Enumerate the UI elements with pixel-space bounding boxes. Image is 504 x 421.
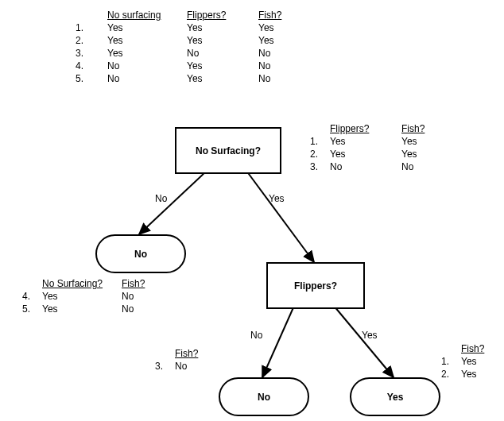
subset-flippers-yes: Fish? 1. Yes 2. Yes [441,343,501,380]
svg-line-1 [139,171,207,234]
col-no-surfacing: No surfacing [107,10,187,21]
row-idx: 5. [76,73,107,84]
training-table: No surfacing Flippers? Fish? 1. Yes Yes … [76,10,314,84]
row-val: Yes [187,60,258,71]
leaf-label: Yes [387,392,404,403]
leaf-label: No [134,249,147,260]
row-idx: 4. [76,60,107,71]
col-no-surfacing: No Surfacing? [42,278,122,289]
edge-label-yes: Yes [362,330,378,341]
edge-label-yes: Yes [269,193,285,204]
row-val: Yes [187,73,258,84]
col-flippers: Flippers? [187,10,258,21]
col-fish: Fish? [401,123,449,134]
subset-no-surfacing: No Surfacing? Fish? 4. Yes No 5. Yes No [22,278,165,315]
leaf-no-top: No [95,234,186,273]
svg-line-4 [334,306,394,377]
row-val: Yes [107,22,187,33]
col-flippers: Flippers? [330,123,401,134]
row-idx: 1. [76,22,107,33]
leaf-yes-bottom: Yes [350,377,440,416]
svg-line-3 [262,306,294,377]
svg-line-2 [246,171,314,262]
leaf-label: No [258,392,270,403]
edge-label-no: No [250,330,262,341]
col-fish: Fish? [461,343,501,354]
row-idx: 2. [76,35,107,46]
row-idx: 3. [76,48,107,59]
col-fish: Fish? [122,278,165,289]
col-fish: Fish? [175,348,215,359]
row-val: No [258,60,314,71]
col-fish: Fish? [258,10,314,21]
subset-yes-surfacing: Flippers? Fish? 1. Yes Yes 2. Yes Yes 3.… [310,123,449,172]
node-label: Flippers? [294,280,337,292]
row-val: No [187,48,258,59]
row-val: No [107,60,187,71]
node-label: No Surfacing? [196,145,261,156]
row-val: Yes [107,48,187,59]
edge-label-no: No [155,193,167,204]
row-val: Yes [187,35,258,46]
node-no-surfacing: No Surfacing? [175,127,281,174]
row-val: Yes [107,35,187,46]
node-flippers: Flippers? [266,262,365,309]
row-val: Yes [187,22,258,33]
row-val: No [107,73,187,84]
leaf-no-bottom: No [219,377,309,416]
row-val: No [258,73,314,84]
col-idx [76,10,107,21]
row-val: No [258,48,314,59]
subset-flippers-no: Fish? 3. No [155,348,215,372]
row-val: Yes [258,35,314,46]
row-val: Yes [258,22,314,33]
